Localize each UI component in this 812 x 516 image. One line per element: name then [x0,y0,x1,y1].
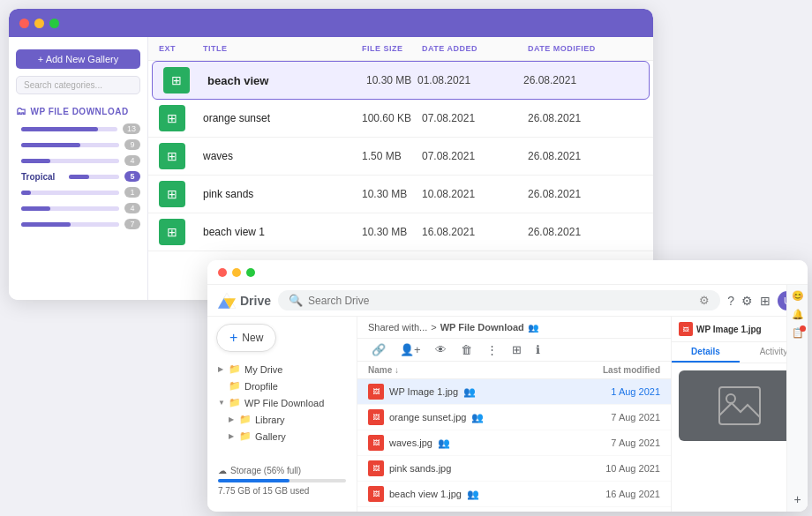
drive-new-button[interactable]: + New [216,324,276,352]
drive-toolbar: Drive 🔍 ⚙ ? ⚙ ⊞ U [207,285,808,317]
search-categories-input[interactable]: Search categories... [16,76,140,94]
drive-title: Drive [240,294,271,308]
file-date-modified: 26.08.2021 [523,74,638,86]
info-icon[interactable]: ℹ [532,341,544,358]
link-icon[interactable]: 🔗 [368,341,389,358]
table-row[interactable]: ⊞ pink sands 10.30 MB 10.08.2021 26.08.2… [148,176,653,213]
help-icon[interactable]: ? [727,294,734,308]
item-bar-5 [21,191,119,195]
drive-close-dot[interactable] [218,268,227,277]
folder-icon: 🗂 [16,105,27,117]
col-filesize: FILE SIZE [362,44,422,53]
table-row[interactable]: ⊞ beach view 10.30 MB 01.08.2021 26.08.2… [152,61,650,100]
minimize-dot[interactable] [34,19,44,28]
sidebar-item-gallery[interactable]: ▶ 📁 Gallery [207,428,357,445]
storage-bar-fill [218,479,289,482]
col-title: TITLE [203,44,362,53]
chevron-right-icon: ▶ [229,415,236,423]
share-icon[interactable]: 👥 [528,323,538,333]
sidebar-item-1[interactable]: 13 [9,121,147,137]
breadcrumb: Shared with... > WP File Download 👥 [357,317,671,339]
edge-icon-2[interactable]: 🔔 [792,317,804,320]
sidebar-item-7[interactable]: 7 [9,216,147,232]
edge-icon-3[interactable]: 📋 [792,327,804,339]
google-drive-window: Drive 🔍 ⚙ ? ⚙ ⊞ U + New ▶ 📁 My Drive [207,260,808,512]
drive-file-list-header: Name ↓ Last modified [357,362,671,379]
file-date: 10 Aug 2021 [554,463,660,474]
tab-details[interactable]: Details [672,342,740,363]
file-thumbnail: 🖼 [368,409,384,425]
file-size: 100.60 KB [362,112,422,124]
close-dot[interactable] [19,19,29,28]
breadcrumb-shared[interactable]: Shared with... [368,322,427,333]
grid-icon[interactable]: ⊞ [760,294,771,308]
file-date-added: 07.08.2021 [422,150,528,162]
col-modified: Last modified [554,365,660,375]
sidebar-item-mydrive[interactable]: ▶ 📁 My Drive [207,361,357,378]
table-row[interactable]: ⊞ orange sunset 100.60 KB 07.08.2021 26.… [148,100,653,138]
add-gallery-button[interactable]: + Add New Gallery [16,49,140,69]
file-date: 1 Aug 2021 [554,386,660,397]
settings-icon[interactable]: ⚙ [741,294,753,308]
file-name: orange sunset.jpg [389,412,466,423]
edge-icon-add[interactable]: + [793,492,801,506]
filter-icon[interactable]: ⚙ [699,294,710,307]
notification-badge [800,325,806,332]
file-title: beach view 1 [203,226,362,238]
table-row[interactable]: ⊞ waves 1.50 MB 07.08.2021 26.08.2021 [148,138,653,176]
grid-view-icon[interactable]: ⊞ [508,341,525,358]
breadcrumb-folder[interactable]: WP File Download [440,322,524,333]
drive-search-box[interactable]: 🔍 ⚙ [278,290,720,310]
file-date-added: 07.08.2021 [422,112,528,124]
drive-search-input[interactable] [308,295,694,307]
table-row[interactable]: ⊞ beach view 1 10.30 MB 16.08.2021 26.08… [148,213,653,251]
file-date: 7 Aug 2021 [554,412,660,423]
file-date-added: 16.08.2021 [422,226,528,238]
wp-titlebar [9,9,653,37]
file-date: 16 Aug 2021 [554,489,660,499]
sidebar-item-2[interactable]: 9 [9,137,147,153]
chevron-down-icon: ▼ [218,399,225,407]
file-date-modified: 26.08.2021 [528,112,643,124]
drive-file-row[interactable]: 🖼 waves.jpg 👥 7 Aug 2021 [357,430,671,456]
drive-minimize-dot[interactable] [232,268,241,277]
drive-right-panel: 🖼 WP Image 1.jpg ✕ Details Activity 😊 🔔 [671,317,808,512]
file-date-added: 10.08.2021 [422,188,528,200]
col-ext: EXT [159,44,203,53]
drive-sidebar-tree: ▶ 📁 My Drive 📁 Dropfile ▼ 📁 WP File Down… [207,361,357,445]
file-name: waves.jpg [389,437,432,448]
sidebar-item-wpfiledownload[interactable]: ▼ 📁 WP File Download [207,394,357,411]
item-bar-tropical [69,175,119,179]
trash-icon[interactable]: 🗑 [457,341,476,358]
sidebar-item-3[interactable]: 4 [9,153,147,168]
sidebar-item-tropical[interactable]: Tropical 5 [9,168,147,184]
add-user-icon[interactable]: 👤+ [396,341,425,358]
file-name-cell: 🖼 orange sunset.jpg 👥 [368,409,554,425]
file-name: WP Image 1.jpg [389,386,458,397]
preview-icon[interactable]: 👁 [432,341,450,358]
col-name[interactable]: Name ↓ [368,365,554,375]
file-date-modified: 26.08.2021 [528,188,643,200]
shared-icon: 👥 [467,489,479,500]
storage-bar [218,479,346,482]
drive-maximize-dot[interactable] [246,268,255,277]
sidebar-item-5[interactable]: 1 [9,184,147,200]
sidebar-item-dropfile[interactable]: 📁 Dropfile [207,378,357,394]
file-date: 7 Aug 2021 [554,437,660,448]
drive-sidebar: + New ▶ 📁 My Drive 📁 Dropfile ▼ 📁 WP F [207,317,357,512]
more-icon[interactable]: ⋮ [483,341,501,358]
drive-file-row[interactable]: 🖼 orange sunset.jpg 👥 7 Aug 2021 [357,405,671,430]
drive-file-row[interactable]: 🖼 WP Image 1.jpg 👥 1 Aug 2021 [357,379,671,405]
drive-storage: ☁ Storage (56% full) 7.75 GB of 15 GB us… [207,459,357,503]
maximize-dot[interactable] [49,19,59,28]
drive-file-row[interactable]: 🖼 pink sands.jpg 10 Aug 2021 [357,456,671,482]
item-bar-1 [21,127,117,131]
drive-file-row[interactable]: 🖼 beach view 1.jpg 👥 16 Aug 2021 [357,482,671,507]
file-name-cell: 🖼 WP Image 1.jpg 👥 [368,384,554,400]
sidebar-item-library[interactable]: ▶ 📁 Library [207,411,357,428]
wp-file-download-window: + Add New Gallery Search categories... 🗂… [9,9,653,300]
file-title: beach view [207,74,366,87]
drive-file-list: Shared with... > WP File Download 👥 🔗 👤+… [357,317,671,512]
sidebar-item-6[interactable]: 4 [9,200,147,216]
file-size: 10.30 MB [366,74,417,86]
